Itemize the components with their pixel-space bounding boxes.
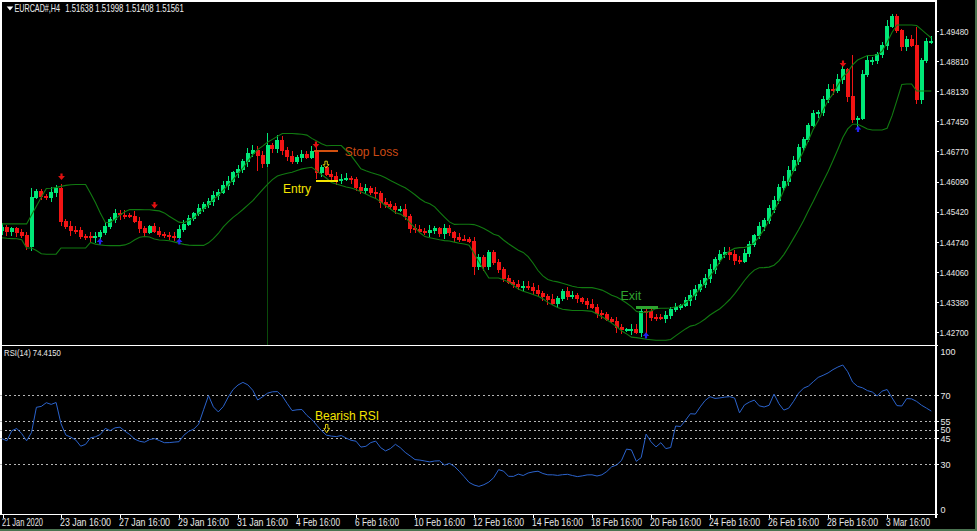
svg-text:Exit: Exit [621, 289, 642, 303]
svg-text:1.48130: 1.48130 [940, 87, 969, 97]
svg-text:14 Feb 16:00: 14 Feb 16:00 [532, 517, 583, 528]
svg-text:Stop Loss: Stop Loss [345, 145, 398, 159]
svg-text:1.44060: 1.44060 [940, 268, 969, 278]
svg-text:21 Jan 2020: 21 Jan 2020 [2, 517, 43, 528]
svg-text:26 Feb 16:00: 26 Feb 16:00 [768, 517, 819, 528]
svg-text:12 Feb 16:00: 12 Feb 16:00 [473, 517, 524, 528]
svg-text:4 Feb 16:00: 4 Feb 16:00 [296, 517, 340, 528]
svg-text:31 Jan 16:00: 31 Jan 16:00 [237, 517, 288, 528]
svg-text:23 Jan 16:00: 23 Jan 16:00 [60, 517, 111, 528]
svg-text:1.44740: 1.44740 [940, 238, 969, 248]
svg-text:1.46770: 1.46770 [940, 147, 969, 157]
svg-text:Entry: Entry [283, 182, 311, 196]
svg-text:RSI(14) 74.4150: RSI(14) 74.4150 [4, 348, 61, 358]
svg-text:EURCAD#,H4: EURCAD#,H4 [15, 2, 61, 14]
svg-text:70: 70 [941, 391, 951, 401]
svg-text:3 Mar 16:00: 3 Mar 16:00 [886, 517, 930, 528]
svg-text:45: 45 [941, 434, 951, 444]
svg-text:1.48810: 1.48810 [940, 57, 969, 67]
svg-text:1.45420: 1.45420 [940, 207, 969, 217]
svg-text:100: 100 [941, 347, 956, 357]
svg-text:0: 0 [941, 505, 946, 515]
svg-text:1.46090: 1.46090 [940, 177, 969, 187]
svg-text:1.42700: 1.42700 [940, 328, 969, 338]
svg-text:Bearish RSI: Bearish RSI [315, 409, 379, 423]
svg-text:18 Feb 16:00: 18 Feb 16:00 [591, 517, 642, 528]
svg-text:6 Feb 16:00: 6 Feb 16:00 [355, 517, 399, 528]
svg-text:30: 30 [941, 460, 951, 470]
svg-text:10 Feb 16:00: 10 Feb 16:00 [414, 517, 465, 528]
svg-text:1.49480: 1.49480 [940, 27, 969, 37]
svg-text:29 Jan 16:00: 29 Jan 16:00 [178, 517, 229, 528]
svg-text:1.47450: 1.47450 [940, 117, 969, 127]
svg-text:20 Feb 16:00: 20 Feb 16:00 [650, 517, 701, 528]
svg-text:1.51638 1.51998 1.51408 1.5156: 1.51638 1.51998 1.51408 1.51561 [65, 2, 183, 14]
svg-text:24 Feb 16:00: 24 Feb 16:00 [709, 517, 760, 528]
svg-text:28 Feb 16:00: 28 Feb 16:00 [827, 517, 878, 528]
svg-text:27 Jan 16:00: 27 Jan 16:00 [119, 517, 170, 528]
svg-text:1.43380: 1.43380 [940, 298, 969, 308]
